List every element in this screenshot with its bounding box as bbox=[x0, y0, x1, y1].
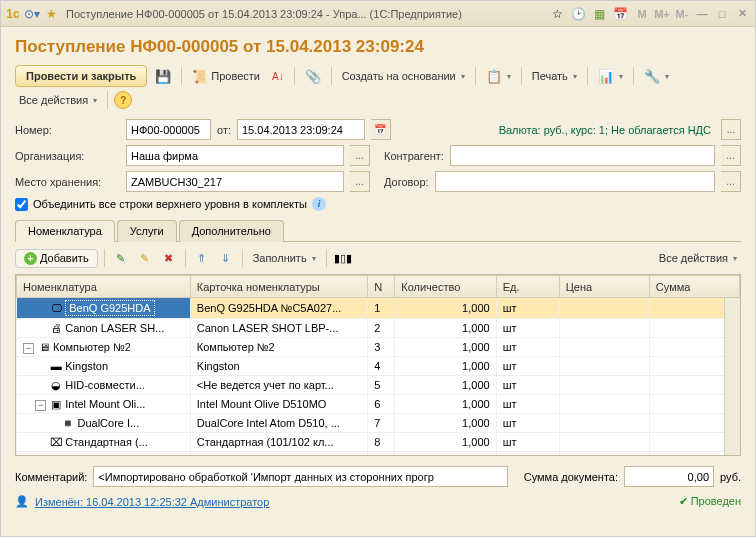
calendar-icon[interactable]: 📅 bbox=[612, 6, 628, 22]
create-based-button[interactable]: Создать на основании bbox=[338, 68, 469, 84]
posted-status: Проведен bbox=[691, 495, 741, 507]
contr-label: Контрагент: bbox=[384, 150, 444, 162]
all-actions-button[interactable]: Все действия bbox=[15, 92, 101, 108]
window-title: Поступление НФ00-000005 от 15.04.2013 23… bbox=[66, 8, 549, 20]
column-header[interactable]: Количество bbox=[395, 276, 496, 298]
window-titlebar: 1с ⊙▾ ★ Поступление НФ00-000005 от 15.04… bbox=[1, 1, 755, 27]
post-and-close-button[interactable]: Провести и закрыть bbox=[15, 65, 147, 87]
sum-input[interactable] bbox=[624, 466, 714, 487]
table-row[interactable]: −▣Intel Mount Oli...Intel Mount Olive D5… bbox=[17, 395, 740, 414]
app-icon: 1с bbox=[5, 6, 21, 22]
clip-icon: 📎 bbox=[305, 69, 321, 84]
changed-link[interactable]: Изменён: 16.04.2013 12:25:32 Администрат… bbox=[35, 496, 269, 508]
column-header[interactable]: Ед. bbox=[496, 276, 559, 298]
table-row[interactable]: ◒HID-совмести...<Не ведется учет по карт… bbox=[17, 376, 740, 395]
tab-all-actions-button[interactable]: Все действия bbox=[655, 250, 741, 266]
maximize-button[interactable]: □ bbox=[713, 6, 731, 22]
nav-dropdown-icon[interactable]: ⊙▾ bbox=[24, 6, 40, 22]
date-input[interactable] bbox=[237, 119, 365, 140]
tools-button[interactable]: 🔧 bbox=[640, 67, 673, 86]
floppy-icon: 💾 bbox=[155, 69, 171, 84]
delete-button[interactable]: ✖ bbox=[159, 248, 179, 268]
print-button[interactable]: Печать bbox=[528, 68, 581, 84]
tab-additional[interactable]: Дополнительно bbox=[179, 220, 284, 242]
org-label: Организация: bbox=[15, 150, 120, 162]
wrench-icon: 🔧 bbox=[644, 69, 660, 84]
table-row[interactable]: ◾DualCore I...DualCore Intel Atom D510, … bbox=[17, 414, 740, 433]
sum-currency: руб. bbox=[720, 471, 741, 483]
table-row[interactable]: Microsoft WindMicrosoft Windows XP Prof9… bbox=[17, 452, 740, 457]
items-table: НоменклатураКарточка номенклатурыNКоличе… bbox=[15, 274, 741, 456]
page-title: Поступление НФ00-000005 от 15.04.2013 23… bbox=[15, 37, 741, 57]
table-row[interactable]: ⌧Стандартная (...Стандартная (101/102 кл… bbox=[17, 433, 740, 452]
m-plus-button[interactable]: M+ bbox=[653, 6, 671, 22]
contract-input[interactable] bbox=[435, 171, 715, 192]
storage-input[interactable] bbox=[126, 171, 344, 192]
barcode-button[interactable]: ▮▯▮ bbox=[333, 248, 353, 268]
currency-select-button[interactable]: ... bbox=[721, 119, 741, 140]
sum-label: Сумма документа: bbox=[524, 471, 618, 483]
tab-bar: Номенклатура Услуги Дополнительно bbox=[15, 219, 741, 242]
number-label: Номер: bbox=[15, 124, 120, 136]
table-row[interactable]: 🖵BenQ G925HDABenQ G925HDA №C5A027...11,0… bbox=[17, 298, 740, 319]
edit-button[interactable]: ✎ bbox=[111, 248, 131, 268]
contract-select-button[interactable]: ... bbox=[721, 171, 741, 192]
column-header[interactable]: Карточка номенклатуры bbox=[190, 276, 367, 298]
check-icon: ✔ bbox=[679, 495, 688, 507]
user-icon: 👤 bbox=[15, 495, 29, 508]
sort-icon: A↓ bbox=[272, 71, 284, 82]
combine-label: Объединить все строки верхнего уровня в … bbox=[33, 198, 307, 210]
number-input[interactable] bbox=[126, 119, 211, 140]
plus-icon: + bbox=[24, 252, 37, 265]
contr-input[interactable] bbox=[450, 145, 715, 166]
copy-button[interactable]: ✎ bbox=[135, 248, 155, 268]
currency-info: Валюта: руб., курс: 1; Не облагается НДС bbox=[499, 124, 711, 136]
close-button[interactable]: ✕ bbox=[733, 6, 751, 22]
table-row[interactable]: 🖨Canon LASER SH...Canon LASER SHOT LBP-.… bbox=[17, 319, 740, 338]
combine-checkbox[interactable] bbox=[15, 198, 28, 211]
table-row[interactable]: −🖥Компьютер №2Компьютер №231,000шт bbox=[17, 338, 740, 357]
info-icon[interactable]: i bbox=[312, 197, 326, 211]
column-header[interactable]: N bbox=[368, 276, 395, 298]
date-picker-button[interactable]: 📅 bbox=[371, 119, 391, 140]
attach-button[interactable]: 📎 bbox=[301, 67, 325, 86]
from-label: от: bbox=[217, 124, 231, 136]
storage-select-button[interactable]: ... bbox=[350, 171, 370, 192]
sort-button[interactable]: A↓ bbox=[268, 69, 288, 84]
org-select-button[interactable]: ... bbox=[350, 145, 370, 166]
contract-label: Договор: bbox=[384, 176, 429, 188]
org-input[interactable] bbox=[126, 145, 344, 166]
fill-button[interactable]: Заполнить bbox=[249, 250, 320, 266]
chart-button[interactable]: 📊 bbox=[594, 67, 627, 86]
favorite-icon[interactable]: ★ bbox=[43, 6, 59, 22]
history-icon[interactable]: 🕑 bbox=[570, 6, 586, 22]
tab-toolbar: +Добавить ✎ ✎ ✖ ⇑ ⇓ Заполнить ▮▯▮ Все де… bbox=[15, 248, 741, 268]
column-header[interactable]: Сумма bbox=[649, 276, 739, 298]
vertical-scrollbar[interactable] bbox=[724, 298, 740, 455]
post-button[interactable]: 📜Провести bbox=[188, 67, 264, 86]
tab-services[interactable]: Услуги bbox=[117, 220, 177, 242]
comment-label: Комментарий: bbox=[15, 471, 87, 483]
m-minus-button[interactable]: M- bbox=[673, 6, 691, 22]
m-button[interactable]: M bbox=[633, 6, 651, 22]
move-down-button[interactable]: ⇓ bbox=[216, 248, 236, 268]
main-toolbar: Провести и закрыть 💾 📜Провести A↓ 📎 Созд… bbox=[15, 65, 741, 109]
table-row[interactable]: ▬KingstonKingston41,000шт bbox=[17, 357, 740, 376]
contr-select-button[interactable]: ... bbox=[721, 145, 741, 166]
column-header[interactable]: Номенклатура bbox=[17, 276, 191, 298]
favorites-icon[interactable]: ☆ bbox=[549, 6, 565, 22]
column-header[interactable]: Цена bbox=[559, 276, 649, 298]
calc-icon[interactable]: ▦ bbox=[591, 6, 607, 22]
storage-label: Место хранения: bbox=[15, 176, 120, 188]
tab-nomenclature[interactable]: Номенклатура bbox=[15, 220, 115, 242]
add-row-button[interactable]: +Добавить bbox=[15, 249, 98, 268]
minimize-button[interactable]: — bbox=[693, 6, 711, 22]
move-up-button[interactable]: ⇑ bbox=[192, 248, 212, 268]
post-icon: 📜 bbox=[192, 69, 208, 84]
report-icon: 📋 bbox=[486, 69, 502, 84]
save-button[interactable]: 💾 bbox=[151, 67, 175, 86]
chart-icon: 📊 bbox=[598, 69, 614, 84]
report-button[interactable]: 📋 bbox=[482, 67, 515, 86]
help-button[interactable]: ? bbox=[114, 91, 132, 109]
comment-input[interactable] bbox=[93, 466, 507, 487]
